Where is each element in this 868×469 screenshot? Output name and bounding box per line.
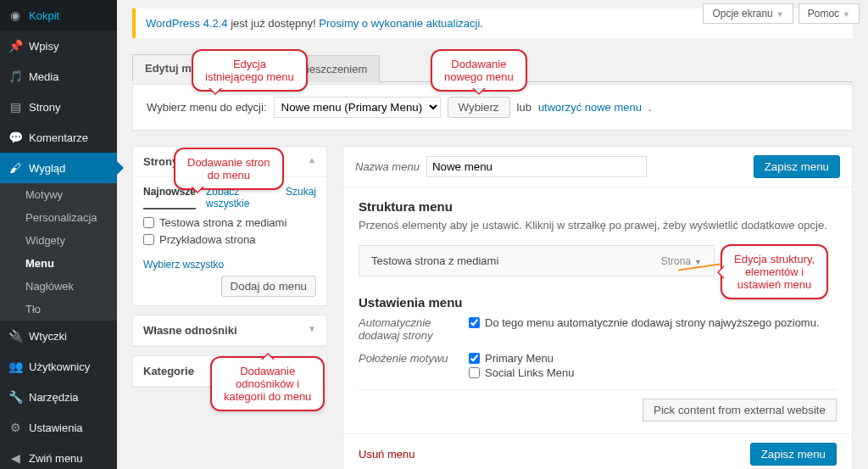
notice-text: jest już dostępny!: [228, 17, 320, 30]
delete-menu-link[interactable]: Usuń menu: [359, 448, 415, 461]
add-items-column: Strony ▲ Najnowsze Zobacz wszystkie Szuk…: [132, 146, 327, 469]
screen-options-button[interactable]: Opcje ekranu▼: [703, 3, 793, 24]
save-menu-button-bottom[interactable]: Zapisz menu: [750, 443, 837, 466]
sidebar-item-comments[interactable]: 💬Komentarze: [0, 122, 117, 153]
page-icon: ▤: [7, 98, 24, 115]
sidebar-item-label: Kokpit: [29, 9, 59, 22]
sidebar-item-collapse[interactable]: ◀Zwiń menu: [0, 443, 117, 469]
users-icon: 👥: [7, 358, 24, 375]
page-checkbox-row[interactable]: Testowa strona z mediami: [143, 216, 316, 229]
links-accordion-header[interactable]: Własne odnośniki ▼: [133, 315, 326, 346]
sidebar-item-pages[interactable]: ▤Strony: [0, 92, 117, 122]
auto-add-checkbox[interactable]: [469, 317, 480, 328]
chevron-down-icon: ▼: [308, 324, 316, 337]
chevron-down-icon: ▼: [776, 10, 784, 19]
sidebar-item-label: Wygląd: [29, 162, 65, 175]
sidebar-item-label: Komentarze: [29, 131, 88, 144]
sidebar-item-posts[interactable]: 📌Wpisy: [0, 31, 117, 61]
sidebar-item-media[interactable]: 🎵Media: [0, 61, 117, 92]
page-title: Przykładowa strona: [159, 233, 255, 246]
location-label: Położenie motywu: [359, 350, 469, 381]
sidebar-item-label: Ustawienia: [29, 422, 83, 434]
wordpress-version-link[interactable]: WordPress 4.2.4: [146, 17, 228, 30]
sidebar-sub-customize[interactable]: Personalizacja: [0, 206, 117, 229]
location-primary-checkbox[interactable]: [469, 353, 480, 364]
sidebar-item-tools[interactable]: 🔧Narzędzia: [0, 382, 117, 412]
location-checkbox-row[interactable]: Primary Menu: [469, 352, 837, 365]
page-checkbox[interactable]: [143, 217, 154, 228]
location-checkbox-row[interactable]: Social Links Menu: [469, 366, 837, 379]
sidebar-sub-widgets[interactable]: Widgety: [0, 229, 117, 252]
chevron-down-icon: ▼: [694, 258, 702, 266]
selector-label: Wybierz menu do edycji:: [147, 101, 267, 114]
sidebar-item-label: Media: [29, 70, 58, 83]
menu-item-type[interactable]: Strona▼: [661, 255, 702, 267]
button-label: Opcje ekranu: [712, 8, 772, 20]
checkbox-label: Do tego menu automatycznie dodawaj stron…: [485, 316, 820, 329]
page-checkbox-row[interactable]: Przykładowa strona: [143, 233, 316, 246]
selector-or-text: lub: [517, 101, 531, 114]
sidebar-item-label: Wpisy: [29, 40, 58, 53]
page-title: Testowa strona z mediami: [159, 216, 287, 229]
sidebar-sub-themes[interactable]: Motywy: [0, 183, 117, 206]
menu-select[interactable]: Nowe menu (Primary Menu): [274, 97, 441, 118]
page-checkbox[interactable]: [143, 234, 154, 245]
sidebar-submenu-appearance: Motywy Personalizacja Widgety Menu Nagłó…: [0, 183, 117, 321]
brush-icon: 🖌: [7, 159, 24, 176]
admin-sidebar: ◉Kokpit 📌Wpisy 🎵Media ▤Strony 💬Komentarz…: [0, 0, 117, 469]
comment-icon: 💬: [7, 129, 24, 146]
auto-add-label: Automatycznie dodawaj strony: [359, 315, 469, 342]
auto-add-checkbox-row[interactable]: Do tego menu automatycznie dodawaj stron…: [469, 316, 837, 329]
callout-add-pages: Dodawanie stron do menu: [174, 148, 284, 190]
pin-icon: 📌: [7, 37, 24, 54]
checkbox-label: Primary Menu: [485, 352, 554, 365]
selector-dot: .: [648, 101, 652, 114]
structure-help-text: Przenoś elementy aby je ustawić. Kliknij…: [359, 219, 837, 232]
structure-heading: Struktura menu: [359, 199, 837, 214]
sidebar-sub-background[interactable]: Tło: [0, 298, 117, 321]
location-social-checkbox[interactable]: [469, 367, 480, 378]
help-button[interactable]: Pomoc▼: [798, 3, 860, 24]
callout-edit-existing: Edycja istniejącego menu: [192, 49, 308, 92]
media-icon: 🎵: [7, 68, 24, 85]
add-to-menu-button[interactable]: Dodaj do menu: [221, 276, 316, 297]
sidebar-item-label: Zwiń menu: [29, 452, 83, 465]
sidebar-item-settings[interactable]: ⚙Ustawienia: [0, 412, 117, 443]
menu-editor-footer: Usuń menu Zapisz menu: [343, 433, 852, 469]
sidebar-item-label: Narzędzia: [29, 391, 79, 404]
plugin-icon: 🔌: [7, 327, 24, 344]
auto-add-row: Automatycznie dodawaj strony Do tego men…: [359, 315, 837, 342]
button-label: Pomoc: [808, 8, 839, 20]
sidebar-item-label: Użytkownicy: [29, 360, 90, 373]
create-new-menu-link[interactable]: utworzyć nowe menu: [538, 101, 642, 114]
chevron-down-icon: ▼: [843, 10, 850, 19]
menu-name-input[interactable]: [426, 156, 647, 177]
dashboard-icon: ◉: [7, 7, 24, 24]
callout-add-links: Dodawanie odnośników i kategorii do menu: [210, 356, 325, 411]
tab-search-pages[interactable]: Szukaj: [286, 186, 316, 209]
sidebar-item-appearance[interactable]: 🖌Wygląd: [0, 153, 117, 183]
sidebar-item-users[interactable]: 👥Użytkownicy: [0, 351, 117, 382]
notice-text: .: [480, 17, 483, 30]
sidebar-item-plugins[interactable]: 🔌Wtyczki: [0, 321, 117, 351]
sidebar-item-dashboard[interactable]: ◉Kokpit: [0, 0, 117, 31]
sidebar-item-label: Wtyczki: [29, 330, 67, 343]
menu-item[interactable]: Testowa strona z mediami Strona▼: [359, 245, 715, 276]
sidebar-sub-menu[interactable]: Menu: [0, 252, 117, 275]
collapse-icon: ◀: [7, 449, 24, 466]
menu-editor-header: Nazwa menu Zapisz menu: [343, 147, 852, 187]
sidebar-item-label: Strony: [29, 101, 61, 114]
menu-editor-panel: Nazwa menu Zapisz menu Struktura menu Pr…: [342, 146, 853, 469]
select-all-link[interactable]: Wybierz wszystko: [143, 259, 224, 271]
callout-add-new: Dodawanie nowego menu: [431, 49, 527, 92]
links-accordion: Własne odnośniki ▼: [132, 315, 327, 347]
update-action-link[interactable]: Prosimy o wykonanie aktualizacji: [319, 17, 480, 30]
save-menu-button-top[interactable]: Zapisz menu: [754, 155, 840, 178]
top-toolbar: Opcje ekranu▼ Pomoc▼: [703, 3, 860, 24]
sidebar-sub-header[interactable]: Nagłówek: [0, 275, 117, 298]
callout-edit-structure: Edycja struktury, elementów i ustawień m…: [721, 244, 828, 299]
pick-content-button[interactable]: Pick content from external website: [643, 399, 837, 422]
chevron-up-icon: ▲: [308, 155, 316, 168]
settings-icon: ⚙: [7, 419, 24, 436]
accordion-title: Kategorie: [143, 365, 194, 377]
